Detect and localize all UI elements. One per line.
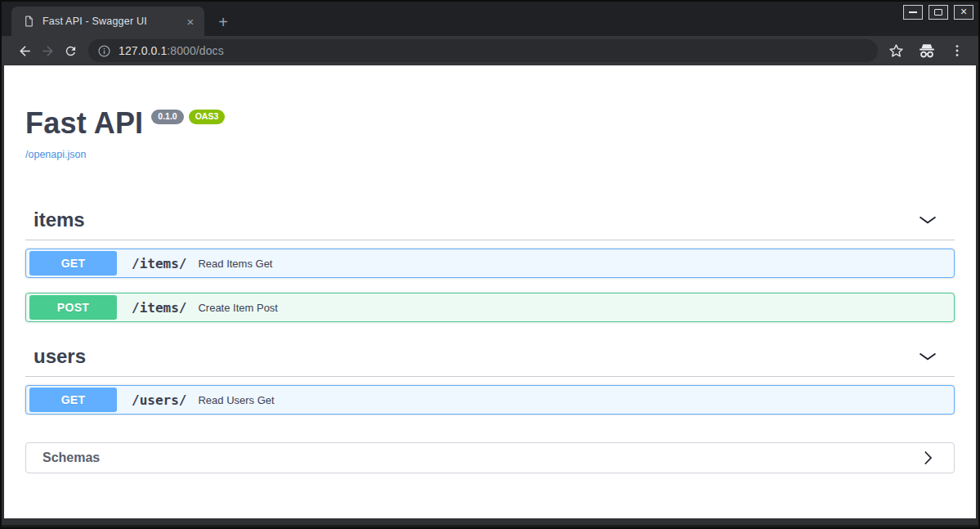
back-button[interactable] [13,39,36,62]
schemas-label: Schemas [43,451,100,465]
url-host: 127.0.0.1 [119,44,167,57]
version-badge: 0.1.0 [151,110,183,124]
close-button[interactable]: × [954,5,973,20]
tab-close-icon[interactable]: × [183,14,198,29]
site-info-icon[interactable] [97,44,111,58]
operation-path: /items/ [132,300,186,316]
oas3-badge: OAS3 [189,110,226,124]
tag-header-users[interactable]: users [25,337,955,377]
window-frame-bottom [2,525,978,527]
maximize-button[interactable] [929,5,948,20]
minimize-button[interactable] [903,5,923,20]
tag-name: users [34,345,86,368]
operation-path: /items/ [132,256,186,271]
tag-header-items[interactable]: items [25,200,955,240]
forward-arrow-icon [40,43,56,59]
operation-summary: Read Users Get [198,394,274,406]
incognito-icon[interactable] [917,41,937,61]
page-title: Fast API [25,109,143,138]
url-path: :8000/docs [167,44,224,57]
address-bar[interactable]: 127.0.0.1:8000/docs [88,39,878,62]
forward-button[interactable] [36,39,59,62]
back-arrow-icon [17,43,33,59]
api-info: Fast API 0.1.0 OAS3 /openapi.json [25,109,955,161]
maximize-icon [934,9,942,16]
tag-section-users: users GET /users/ Read Users Get [25,337,955,415]
operation-row[interactable]: GET /users/ Read Users Get [25,385,955,415]
openapi-spec-link[interactable]: /openapi.json [25,149,86,160]
chevron-down-icon[interactable] [919,216,937,224]
bookmark-star-icon[interactable] [888,43,905,60]
browser-toolbar: 127.0.0.1:8000/docs [2,36,978,65]
chevron-right-icon[interactable] [924,451,933,465]
operation-path: /users/ [132,392,186,408]
tag-section-items: items GET /items/ Read Items Get POST /i… [25,200,955,322]
minimize-icon [909,11,917,13]
operation-summary: Read Items Get [198,258,272,270]
menu-icon[interactable] [949,43,965,59]
page-favicon-icon [23,15,35,28]
operation-row[interactable]: POST /items/ Create Item Post [25,293,955,322]
page-content: Fast API 0.1.0 OAS3 /openapi.json items [4,65,976,518]
new-tab-button[interactable]: + [213,11,234,33]
browser-tab[interactable]: Fast API - Swagger UI × [11,7,204,36]
tag-name: items [34,208,85,231]
toolbar-right [888,41,969,61]
window-titlebar: Fast API - Swagger UI × + × [2,2,978,36]
schemas-section[interactable]: Schemas [25,442,955,473]
tab-title: Fast API - Swagger UI [43,16,176,27]
chevron-down-icon[interactable] [919,352,937,361]
method-badge: GET [29,251,117,276]
method-badge: GET [29,388,117,412]
reload-button[interactable] [59,39,82,62]
url-text: 127.0.0.1:8000/docs [119,44,224,57]
operation-row[interactable]: GET /items/ Read Items Get [25,249,955,278]
window-controls: × [903,5,973,20]
operation-summary: Create Item Post [198,302,278,314]
close-icon: × [960,6,967,17]
method-badge: POST [29,295,117,320]
reload-icon [64,44,78,58]
